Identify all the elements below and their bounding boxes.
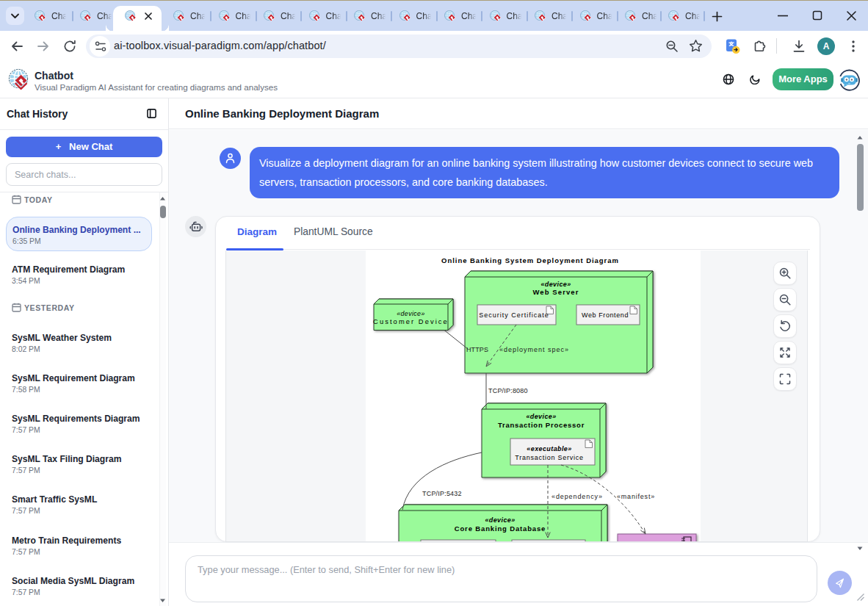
svg-text:«device»: «device»: [540, 281, 571, 288]
svg-text:«dependency»: «dependency»: [551, 493, 603, 500]
svg-text:«device»: «device»: [485, 516, 515, 524]
svg-text:Web Frontend: Web Frontend: [582, 311, 629, 319]
svg-text:«device»: «device»: [526, 413, 556, 420]
svg-text:«executable»: «executable»: [527, 445, 571, 452]
svg-text:TCP/IP:5432: TCP/IP:5432: [422, 490, 462, 497]
svg-text:Core Banking Database: Core Banking Database: [455, 524, 546, 533]
svg-text:Web Server: Web Server: [532, 288, 579, 296]
svg-text:«manifest»: «manifest»: [617, 493, 655, 500]
svg-text:«device»: «device»: [397, 310, 424, 317]
svg-text:TCP/IP:8080: TCP/IP:8080: [488, 387, 528, 394]
svg-text:Customer Device: Customer Device: [373, 318, 449, 325]
svg-text:Security Certificate: Security Certificate: [479, 311, 549, 319]
svg-text:HTTPS: HTTPS: [466, 346, 488, 353]
svg-text:«deployment spec»: «deployment spec»: [499, 346, 569, 353]
svg-text:Transaction Service: Transaction Service: [515, 454, 583, 461]
svg-text:Online Banking System Deployme: Online Banking System Deployment Diagram: [441, 256, 619, 264]
svg-text:Transaction Processor: Transaction Processor: [498, 421, 585, 429]
